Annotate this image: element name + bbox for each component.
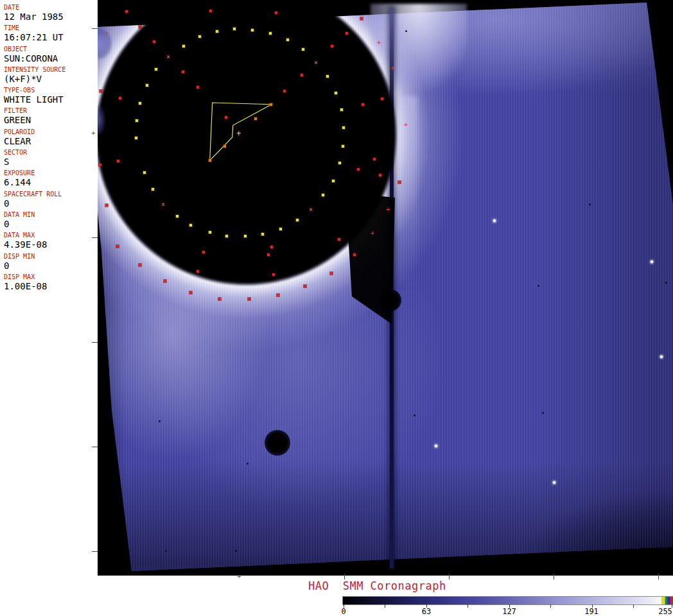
colorbar-tick-label: 191 <box>572 607 611 616</box>
metadata-field: DATA MIN0 <box>4 210 98 231</box>
metadata-field: INTENSITY SOURCE(K+F)*V <box>4 65 98 86</box>
metadata-field-label: SPACECRAFT ROLL <box>4 190 98 198</box>
metadata-field-label: EXPOSURE <box>4 169 98 177</box>
metadata-field-value: 0 <box>4 261 98 271</box>
metadata-field-label: DATE <box>4 3 98 12</box>
metadata-field: FILTERGREEN <box>4 107 98 127</box>
metadata-field: OBJECTSUN:CORONA <box>4 45 98 65</box>
metadata-field-value: (K+F)*V <box>4 74 98 84</box>
image-title: HAO SMM Coronagraph <box>308 579 446 592</box>
metadata-field-value: 0 <box>4 219 98 229</box>
colorbar-tick-label: 255 <box>646 607 673 616</box>
metadata-field: DISP MAX1.00E-08 <box>4 273 98 293</box>
colorbar-tick <box>550 604 551 608</box>
metadata-field: TYPE-OBSWHITE LIGHT <box>4 86 98 107</box>
coronagraph-viewer: { "metadata_panel": { "fields": [ {"labe… <box>0 0 673 616</box>
metadata-field-label: SECTOR <box>4 148 98 157</box>
metadata-field-label: POLAROID <box>4 128 98 136</box>
metadata-field: POLAROIDCLEAR <box>4 128 98 148</box>
metadata-panel: DATE12 Mar 1985TIME16:07:21 UTOBJECTSUN:… <box>0 0 98 616</box>
coronagraph-canvas <box>98 0 673 576</box>
metadata-field-value: 6.144 <box>4 177 98 187</box>
colorbar-gradient <box>342 596 673 605</box>
metadata-field-label: TIME <box>4 24 98 32</box>
metadata-field-value: 12 Mar 1985 <box>4 12 98 22</box>
metadata-field-value: WHITE LIGHT <box>4 94 98 105</box>
metadata-field-list: DATE12 Mar 1985TIME16:07:21 UTOBJECTSUN:… <box>4 3 98 293</box>
metadata-field-value: 16:07:21 UT <box>4 32 98 42</box>
colorbar-tick-label: 0 <box>324 607 363 616</box>
metadata-field-value: GREEN <box>4 115 98 125</box>
metadata-field: DISP MIN0 <box>4 252 98 273</box>
metadata-field: DATE12 Mar 1985 <box>4 3 98 24</box>
metadata-field-value: 0 <box>4 198 98 209</box>
colorbar-tick <box>385 604 385 608</box>
colorbar-tick-label: 127 <box>490 607 529 616</box>
colorbar-tick-label: 63 <box>407 607 446 616</box>
metadata-field-label: DATA MIN <box>4 210 98 219</box>
metadata-field: TIME16:07:21 UT <box>4 24 98 44</box>
metadata-field-value: S <box>4 157 98 167</box>
metadata-field-value: CLEAR <box>4 136 98 146</box>
colorbar-tick <box>468 604 468 608</box>
metadata-field-value: 4.39E-08 <box>4 239 98 250</box>
metadata-field: SPACECRAFT ROLL0 <box>4 190 98 210</box>
metadata-field-label: TYPE-OBS <box>4 86 98 94</box>
metadata-field-value: 1.00E-08 <box>4 281 98 291</box>
metadata-field: SECTORS <box>4 148 98 169</box>
metadata-field: DATA MAX4.39E-08 <box>4 231 98 252</box>
colorbar-tick <box>633 604 634 608</box>
metadata-field: EXPOSURE6.144 <box>4 169 98 189</box>
metadata-field-label: DISP MAX <box>4 273 98 281</box>
metadata-field-label: INTENSITY SOURCE <box>4 65 98 74</box>
region-outline-polygon <box>210 103 272 160</box>
region-outline-layer <box>98 0 673 576</box>
metadata-field-label: DATA MAX <box>4 231 98 239</box>
metadata-field-label: FILTER <box>4 107 98 115</box>
metadata-field-label: OBJECT <box>4 45 98 53</box>
metadata-field-label: DISP MIN <box>4 252 98 261</box>
metadata-field-value: SUN:CORONA <box>4 53 98 64</box>
